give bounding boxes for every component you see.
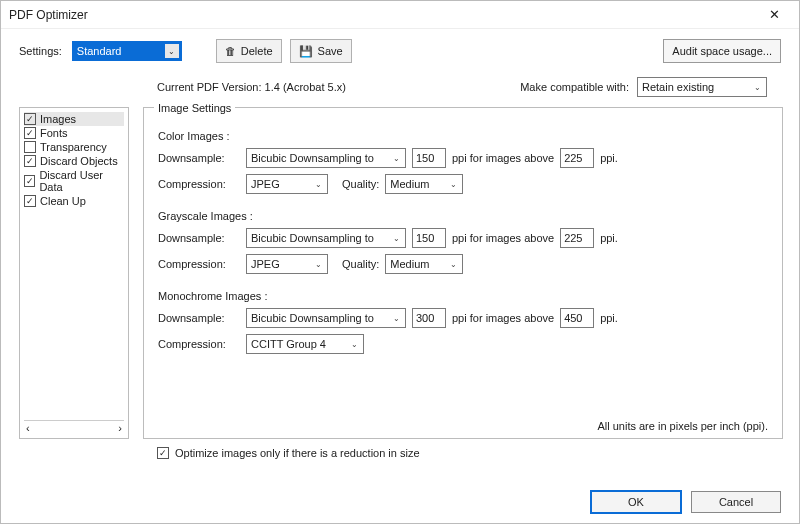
- chevron-down-icon: ⌄: [446, 177, 460, 191]
- sidebar-item-transparency[interactable]: Transparency: [24, 140, 124, 154]
- settings-label: Settings:: [19, 45, 62, 57]
- chevron-down-icon: ⌄: [311, 257, 325, 271]
- optimize-only-label: Optimize images only if there is a reduc…: [175, 447, 420, 459]
- sidebar-checkbox[interactable]: ✓: [24, 127, 36, 139]
- sidebar-checkbox[interactable]: ✓: [24, 195, 36, 207]
- section-title: Grayscale Images :: [158, 210, 768, 222]
- color-dpi-input[interactable]: 150: [412, 148, 446, 168]
- compat-label: Make compatible with:: [520, 81, 629, 93]
- optimize-only-row: ✓ Optimize images only if there is a red…: [1, 439, 799, 459]
- color-compression-select[interactable]: JPEG⌄: [246, 174, 328, 194]
- settings-panel: Image Settings Color Images : Downsample…: [143, 107, 783, 439]
- gray-downsample-select[interactable]: Bicubic Downsampling to⌄: [246, 228, 406, 248]
- grayscale-images-section: Grayscale Images : Downsample: Bicubic D…: [158, 210, 768, 274]
- color-quality-select[interactable]: Medium⌄: [385, 174, 463, 194]
- sidebar-item-fonts[interactable]: ✓Fonts: [24, 126, 124, 140]
- sidebar-item-label: Fonts: [40, 127, 68, 139]
- delete-button[interactable]: 🗑 Delete: [216, 39, 282, 63]
- mono-downsample-select[interactable]: Bicubic Downsampling to⌄: [246, 308, 406, 328]
- mono-above-input[interactable]: 450: [560, 308, 594, 328]
- sidebar-item-label: Clean Up: [40, 195, 86, 207]
- dialog-footer: OK Cancel: [591, 491, 781, 513]
- meta-row: Current PDF Version: 1.4 (Acrobat 5.x) M…: [1, 71, 799, 107]
- sidebar-checkbox[interactable]: ✓: [24, 155, 36, 167]
- current-version-label: Current PDF Version: 1.4 (Acrobat 5.x): [157, 81, 346, 93]
- category-sidebar: ✓Images✓FontsTransparency✓Discard Object…: [19, 107, 129, 439]
- ppi-label: ppi.: [600, 312, 618, 324]
- chevron-down-icon: ⌄: [750, 80, 764, 94]
- color-images-section: Color Images : Downsample: Bicubic Downs…: [158, 130, 768, 194]
- save-button[interactable]: 💾 Save: [290, 39, 352, 63]
- sidebar-item-label: Discard Objects: [40, 155, 118, 167]
- gray-compression-select[interactable]: JPEG⌄: [246, 254, 328, 274]
- downsample-label: Downsample:: [158, 232, 240, 244]
- ppi-label: ppi.: [600, 232, 618, 244]
- chevron-down-icon: ⌄: [389, 151, 403, 165]
- color-downsample-select[interactable]: Bicubic Downsampling to⌄: [246, 148, 406, 168]
- settings-select[interactable]: Standard ⌄: [72, 41, 182, 61]
- sidebar-item-images[interactable]: ✓Images: [24, 112, 124, 126]
- quality-label: Quality:: [342, 178, 379, 190]
- compression-label: Compression:: [158, 338, 240, 350]
- sidebar-item-label: Images: [40, 113, 76, 125]
- chevron-down-icon: ⌄: [389, 231, 403, 245]
- downsample-label: Downsample:: [158, 312, 240, 324]
- audit-space-button[interactable]: Audit space usage...: [663, 39, 781, 63]
- ppi-above-label: ppi for images above: [452, 152, 554, 164]
- optimize-only-checkbox[interactable]: ✓: [157, 447, 169, 459]
- sidebar-item-discard-objects[interactable]: ✓Discard Objects: [24, 154, 124, 168]
- section-title: Monochrome Images :: [158, 290, 768, 302]
- trash-icon: 🗑: [225, 45, 236, 57]
- sidebar-checkbox[interactable]: ✓: [24, 113, 36, 125]
- ppi-label: ppi.: [600, 152, 618, 164]
- compression-label: Compression:: [158, 178, 240, 190]
- chevron-down-icon: ⌄: [389, 311, 403, 325]
- chevron-down-icon: ⌄: [446, 257, 460, 271]
- sidebar-checkbox[interactable]: [24, 141, 36, 153]
- close-button[interactable]: ✕: [757, 7, 791, 22]
- downsample-label: Downsample:: [158, 152, 240, 164]
- panel-group-title: Image Settings: [154, 102, 235, 114]
- toolbar: Settings: Standard ⌄ 🗑 Delete 💾 Save Aud…: [1, 29, 799, 71]
- titlebar: PDF Optimizer ✕: [1, 1, 799, 29]
- monochrome-images-section: Monochrome Images : Downsample: Bicubic …: [158, 290, 768, 354]
- mono-dpi-input[interactable]: 300: [412, 308, 446, 328]
- units-note: All units are in pixels per inch (ppi).: [597, 420, 768, 432]
- ppi-above-label: ppi for images above: [452, 232, 554, 244]
- gray-quality-select[interactable]: Medium⌄: [385, 254, 463, 274]
- compression-label: Compression:: [158, 258, 240, 270]
- scroll-left-icon: ‹: [26, 422, 30, 434]
- compat-select[interactable]: Retain existing ⌄: [637, 77, 767, 97]
- window-title: PDF Optimizer: [9, 8, 757, 22]
- ok-button[interactable]: OK: [591, 491, 681, 513]
- scroll-right-icon: ›: [118, 422, 122, 434]
- gray-above-input[interactable]: 225: [560, 228, 594, 248]
- save-icon: 💾: [299, 45, 313, 58]
- sidebar-item-label: Transparency: [40, 141, 107, 153]
- chevron-down-icon: ⌄: [347, 337, 361, 351]
- quality-label: Quality:: [342, 258, 379, 270]
- gray-dpi-input[interactable]: 150: [412, 228, 446, 248]
- sidebar-item-discard-user-data[interactable]: ✓Discard User Data: [24, 168, 124, 194]
- chevron-down-icon: ⌄: [165, 44, 179, 58]
- section-title: Color Images :: [158, 130, 768, 142]
- sidebar-checkbox[interactable]: ✓: [24, 175, 35, 187]
- color-above-input[interactable]: 225: [560, 148, 594, 168]
- mono-compression-select[interactable]: CCITT Group 4⌄: [246, 334, 364, 354]
- sidebar-item-label: Discard User Data: [39, 169, 124, 193]
- ppi-above-label: ppi for images above: [452, 312, 554, 324]
- chevron-down-icon: ⌄: [311, 177, 325, 191]
- sidebar-scrollbar[interactable]: ‹ ›: [24, 420, 124, 434]
- sidebar-item-clean-up[interactable]: ✓Clean Up: [24, 194, 124, 208]
- cancel-button[interactable]: Cancel: [691, 491, 781, 513]
